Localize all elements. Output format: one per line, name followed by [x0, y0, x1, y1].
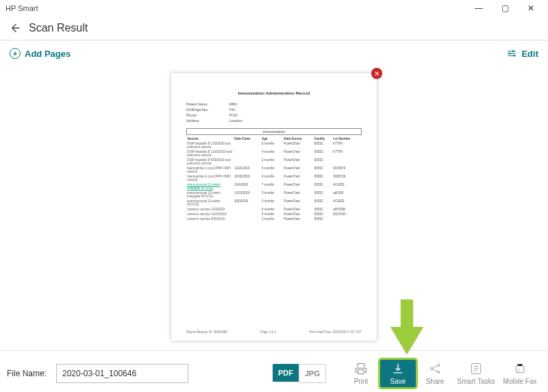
table-cell: PowerChart: [283, 217, 313, 221]
arrow-down-icon: [390, 299, 423, 354]
svg-point-2: [513, 55, 515, 57]
edit-button[interactable]: Edit: [506, 48, 538, 59]
table-row: haemophilus b conj (PRP-OMP) vaccine12/2…: [186, 166, 362, 174]
format-jpg[interactable]: JPG: [299, 364, 326, 383]
smart-tasks-label: Smart Tasks: [458, 378, 495, 385]
table-cell: pneumococcal 13-valent conjugate (PCV13): [186, 182, 234, 191]
plus-circle-icon: +: [10, 48, 21, 59]
table-cell: S008726: [332, 174, 362, 182]
table-cell: S019570: [332, 166, 362, 174]
table-cell: [234, 158, 261, 166]
table-cell: 6 months: [261, 141, 283, 149]
share-icon: [428, 362, 442, 376]
table-cell: [234, 207, 261, 212]
printer-icon: [354, 362, 368, 376]
table-row: rotavirus vaccine 1/23/20206 monthsPower…: [186, 207, 362, 212]
table-cell: [234, 212, 261, 217]
table-cell: 0053C: [314, 158, 332, 166]
table-cell: 0053C: [314, 212, 332, 217]
table-header: Facility: [314, 136, 332, 141]
filename-input[interactable]: [56, 364, 188, 383]
table-cell: 0053C: [314, 182, 332, 191]
table-cell: PowerChart: [283, 182, 313, 191]
back-arrow-icon: [8, 21, 21, 35]
svg-point-4: [437, 364, 439, 366]
maximize-button[interactable]: ▢: [492, 0, 518, 16]
table-cell: 0053C: [314, 174, 332, 182]
sliders-icon: [506, 48, 517, 59]
field-label: PCM:: [229, 113, 243, 117]
table-cell: [234, 141, 261, 149]
table-cell: 2 months: [261, 158, 283, 166]
svg-point-3: [430, 367, 432, 369]
table-cell: PowerChart: [283, 141, 313, 149]
table-row: DTaP-hepatitis B 9/30/2019 and polioviru…: [186, 158, 362, 166]
share-button[interactable]: Share: [416, 359, 453, 388]
table-cell: 12/23/2019: [234, 166, 261, 174]
bottom-bar: File Name: PDF JPG Print Save Share Smar…: [0, 350, 548, 392]
table-cell: 0053C: [314, 217, 332, 221]
svg-point-0: [512, 50, 514, 52]
remove-page-button[interactable]: ✕: [371, 68, 382, 79]
table-header: Date Given: [234, 136, 261, 141]
immunization-table: VaccineDate GivenAgeData SourceFacilityL…: [186, 136, 362, 221]
back-button[interactable]: [7, 21, 22, 36]
table-cell: 0053C: [314, 166, 332, 174]
app-title: HP Smart: [5, 4, 38, 12]
toolbar: + Add Pages Edit: [0, 40, 548, 66]
add-pages-label: Add Pages: [25, 49, 71, 59]
page-header: Scan Result: [0, 16, 548, 40]
table-cell: rotavirus vaccine 9/30/2019: [186, 217, 234, 221]
table-cell: 10/30/2019: [234, 174, 261, 182]
table-cell: [332, 217, 362, 221]
minimize-button[interactable]: —: [466, 0, 492, 16]
table-cell: 4 months: [261, 212, 283, 217]
document-title: Immunization Administration Record: [186, 91, 362, 95]
table-cell: haemophilus b conj (PRP-OMP) vaccine: [186, 174, 234, 182]
save-button[interactable]: Save: [379, 359, 416, 388]
table-header: Lot Number: [332, 136, 362, 141]
table-cell: PowerChart: [283, 174, 313, 182]
table-cell: 6 months: [261, 207, 283, 212]
action-bar: Print Save Share Smart Tasks Mobile Fax: [342, 359, 541, 388]
svg-point-5: [437, 371, 439, 373]
print-label: Print: [354, 378, 369, 385]
table-cell: 2 months: [261, 217, 283, 221]
table-cell: S017K04: [332, 212, 362, 217]
print-button[interactable]: Print: [342, 359, 379, 388]
edit-label: Edit: [521, 49, 538, 59]
format-toggle: PDF JPG: [273, 364, 326, 383]
table-cell: [234, 217, 261, 221]
table-cell: K7TF9: [332, 149, 362, 158]
mobile-fax-button[interactable]: Mobile Fax: [499, 359, 541, 388]
scanned-page[interactable]: ✕ Immunization Administration Record Pat…: [171, 73, 377, 341]
table-cell: ad0209: [332, 191, 362, 199]
table-cell: DTaP-hepatitis B 11/05/2019 and poliovir…: [186, 149, 234, 158]
table-cell: 7 months: [261, 182, 283, 191]
field-label: FIN:: [229, 108, 243, 112]
field-label: Address:: [186, 119, 209, 123]
table-cell: K7TF9: [332, 141, 362, 149]
table-row: DTaP-hepatitis B 11/05/2019 and poliovir…: [186, 149, 362, 158]
mobile-fax-label: Mobile Fax: [503, 378, 537, 385]
smart-tasks-button[interactable]: Smart Tasks: [453, 359, 499, 388]
table-cell: PowerChart: [283, 191, 313, 199]
format-pdf[interactable]: PDF: [273, 364, 299, 382]
fax-icon: [513, 362, 527, 376]
svg-rect-7: [516, 366, 524, 373]
table-cell: 0053C: [314, 141, 332, 149]
table-cell: pneumococcal 13-valent (PCV13): [186, 199, 234, 207]
save-label: Save: [390, 378, 406, 385]
close-window-button[interactable]: ✕: [518, 0, 544, 16]
table-cell: PowerChart: [283, 199, 313, 207]
field-label: Patient Name:: [186, 102, 209, 106]
table-cell: rotavirus vaccine 1/23/2020: [186, 207, 234, 212]
field-label: Location:: [229, 119, 243, 123]
table-cell: a007638: [332, 207, 362, 212]
table-header: Age: [261, 136, 283, 141]
table-cell: PowerChart: [283, 212, 313, 217]
table-header: Vaccine: [186, 136, 234, 141]
table-cell: 0053C: [314, 199, 332, 207]
highlight-arrow: [390, 299, 423, 357]
add-pages-button[interactable]: + Add Pages: [10, 48, 71, 59]
